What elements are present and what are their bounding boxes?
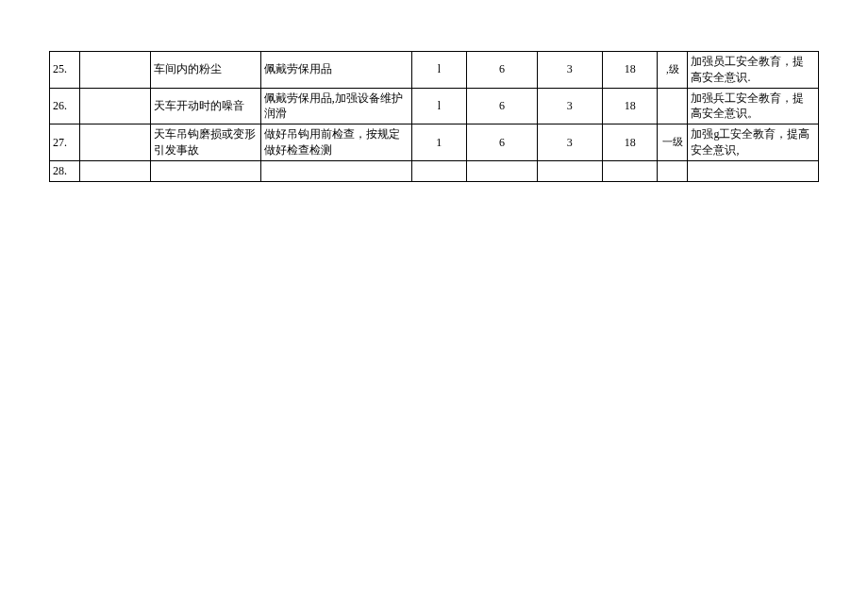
cell-c [537, 160, 602, 181]
cell-d: 18 [602, 88, 658, 124]
cell-measure [260, 160, 411, 181]
cell-note: 加强员工安全教育，提高安全意识. [688, 52, 819, 89]
cell-l: l [411, 88, 467, 124]
cell-e [467, 160, 538, 181]
cell-level: ,级 [658, 52, 688, 89]
cell-c: 3 [537, 124, 602, 161]
cell-blank [79, 160, 150, 181]
cell-blank [79, 88, 150, 124]
cell-measure: 佩戴劳保用品,加强设备维护润滑 [260, 88, 411, 124]
cell-c: 3 [537, 52, 602, 89]
cell-d [602, 160, 658, 181]
table-row: 25. 车间内的粉尘 佩戴劳保用品 l 6 3 18 ,级 加强员工安全教育，提… [50, 52, 819, 89]
cell-l: l [411, 52, 467, 89]
cell-l [411, 160, 467, 181]
table-row: 28. [50, 160, 819, 181]
cell-level [658, 88, 688, 124]
cell-index: 28. [50, 160, 80, 181]
cell-measure: 做好吊钩用前检查，按规定做好检查检测 [260, 124, 411, 161]
cell-note [688, 160, 819, 181]
cell-description: 天车开动时的噪音 [150, 88, 260, 124]
cell-blank [79, 124, 150, 161]
cell-level: 一级 [658, 124, 688, 161]
cell-note: 加强g工安全教育，提高安全意识, [688, 124, 819, 161]
risk-table: 25. 车间内的粉尘 佩戴劳保用品 l 6 3 18 ,级 加强员工安全教育，提… [49, 51, 819, 182]
cell-description [150, 160, 260, 181]
cell-d: 18 [602, 124, 658, 161]
cell-index: 25. [50, 52, 80, 89]
cell-level [658, 160, 688, 181]
cell-description: 车间内的粉尘 [150, 52, 260, 89]
cell-d: 18 [602, 52, 658, 89]
cell-l: 1 [411, 124, 467, 161]
table-row: 27. 天车吊钩磨损或变形引发事故 做好吊钩用前检查，按规定做好检查检测 1 6… [50, 124, 819, 161]
cell-note: 加强兵工安全教育，提高安全意识。 [688, 88, 819, 124]
cell-e: 6 [467, 124, 538, 161]
table-row: 26. 天车开动时的噪音 佩戴劳保用品,加强设备维护润滑 l 6 3 18 加强… [50, 88, 819, 124]
cell-e: 6 [467, 88, 538, 124]
cell-description: 天车吊钩磨损或变形引发事故 [150, 124, 260, 161]
document-page: 25. 车间内的粉尘 佩戴劳保用品 l 6 3 18 ,级 加强员工安全教育，提… [0, 0, 868, 614]
cell-index: 27. [50, 124, 80, 161]
cell-index: 26. [50, 88, 80, 124]
cell-measure: 佩戴劳保用品 [260, 52, 411, 89]
cell-blank [79, 52, 150, 89]
cell-c: 3 [537, 88, 602, 124]
cell-e: 6 [467, 52, 538, 89]
